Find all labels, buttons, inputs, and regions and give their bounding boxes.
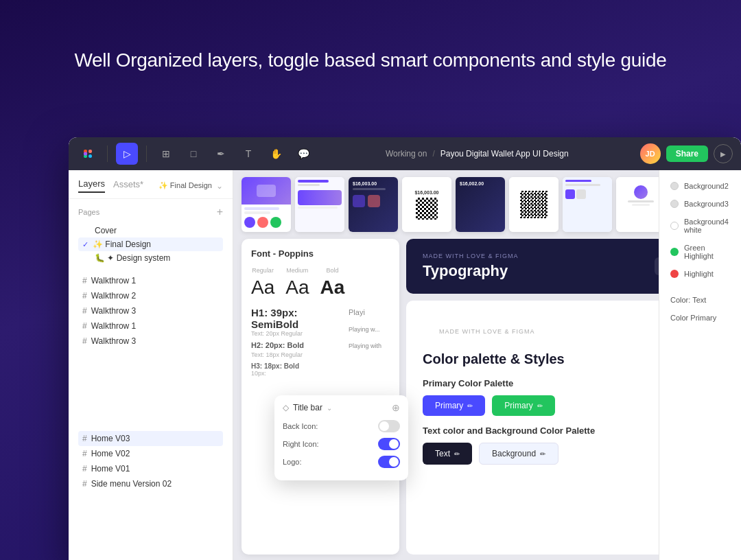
right-item-highlight[interactable]: Highlight bbox=[666, 266, 734, 281]
share-button[interactable]: Share bbox=[666, 145, 708, 162]
back-icon-toggle[interactable] bbox=[378, 420, 400, 432]
project-name: Payou Digital Wallet App UI Design bbox=[440, 149, 569, 159]
svg-rect-4 bbox=[84, 152, 87, 156]
dot-bg3 bbox=[670, 200, 679, 208]
font-panel-title: Font - Poppins bbox=[251, 248, 390, 259]
right-item-green-highlight[interactable]: Green Highlight bbox=[666, 240, 734, 264]
user-avatar[interactable]: JD bbox=[640, 143, 661, 164]
thumb-4[interactable]: $16,003.00 bbox=[402, 177, 451, 232]
font-medium: Medium Aa bbox=[285, 267, 309, 299]
final-design-label: ✨ Final Design bbox=[158, 181, 212, 190]
right-section-label bbox=[666, 284, 734, 290]
layer-hash-icon-3: # bbox=[82, 306, 87, 316]
btn-primary-blue[interactable]: Primary ✏ bbox=[423, 395, 485, 416]
dropdown-arrow[interactable]: ⌄ bbox=[327, 404, 332, 412]
thumb-6[interactable] bbox=[509, 177, 558, 232]
ui-card: ▷ ⊞ □ ✒ T ✋ 💬 Working on / Payou Digital… bbox=[69, 137, 741, 560]
toolbar-center: Working on / Payou Digital Wallet App UI… bbox=[318, 149, 636, 159]
hand-tool[interactable]: ✋ bbox=[265, 143, 287, 165]
svg-point-3 bbox=[89, 154, 92, 158]
btn-primary-green[interactable]: Primary ✏ bbox=[492, 395, 554, 416]
layer-home-v01[interactable]: # Home V01 bbox=[78, 461, 223, 476]
logo-row: Logo: bbox=[283, 456, 400, 468]
layer-home-v03[interactable]: # Home V03 bbox=[78, 431, 223, 446]
right-item-bg3[interactable]: Background3 bbox=[666, 196, 734, 211]
hero-heading: Well Organized layers, toggle based smar… bbox=[0, 49, 741, 71]
pen-tool[interactable]: ✒ bbox=[210, 143, 232, 165]
layer-hash-icon-9: # bbox=[82, 479, 87, 489]
thumb-2[interactable] bbox=[295, 177, 344, 232]
layer-hash-icon-5: # bbox=[82, 336, 87, 346]
page-check-active: ✓ bbox=[82, 240, 89, 249]
dot-bg2 bbox=[670, 182, 679, 190]
layers-section: # Walkthrow 1 # Walkthrow 2 # Walkthrow … bbox=[69, 269, 233, 560]
pages-label: Pages + bbox=[78, 206, 223, 218]
toolbar-right: JD Share ▶ bbox=[640, 143, 733, 164]
figma-icon[interactable] bbox=[77, 143, 99, 165]
working-on-label: Working on bbox=[386, 149, 427, 159]
page-cover[interactable]: Cover bbox=[78, 224, 223, 237]
assets-tab[interactable]: Assets* bbox=[113, 179, 143, 192]
component-name: ◇ Title bar ⌄ bbox=[283, 403, 332, 412]
back-icon-row: Back Icon: bbox=[283, 420, 400, 432]
layer-walkthrow-1b[interactable]: # Walkthrow 1 bbox=[78, 318, 223, 334]
separator-2 bbox=[146, 145, 147, 162]
font-samples: Regular Aa Medium Aa Bold Aa bbox=[251, 267, 390, 299]
thumb-1[interactable] bbox=[242, 177, 291, 232]
btn-text-dark[interactable]: Text ✏ bbox=[423, 443, 472, 465]
component-panel-title: ◇ Title bar ⌄ ⊕ bbox=[283, 402, 400, 413]
select-tool[interactable]: ▷ bbox=[116, 143, 138, 165]
dot-red bbox=[670, 270, 679, 278]
shape-tool[interactable]: □ bbox=[183, 143, 204, 165]
page-design-system[interactable]: 🐛 ✦ Design system bbox=[78, 251, 223, 265]
layer-walkthrow-3b[interactable]: # Walkthrow 3 bbox=[78, 334, 223, 349]
component-panel: ◇ Title bar ⌄ ⊕ Back Icon: Right Icon: L… bbox=[274, 395, 408, 480]
toolbar-slash: / bbox=[432, 149, 434, 159]
text-tool[interactable]: T bbox=[237, 143, 259, 165]
frame-tool[interactable]: ⊞ bbox=[155, 143, 177, 165]
thumb-7[interactable] bbox=[563, 177, 612, 232]
thumb-3[interactable]: $16,003.00 bbox=[349, 177, 398, 232]
separator-1 bbox=[107, 145, 108, 162]
add-component-icon[interactable]: ⊕ bbox=[392, 402, 400, 413]
play-button[interactable]: ▶ bbox=[714, 144, 733, 163]
layer-walkthrow-1a[interactable]: # Walkthrow 1 bbox=[78, 273, 223, 288]
right-item-color-text[interactable]: Color: Text bbox=[666, 292, 734, 307]
layer-walkthrow-2[interactable]: # Walkthrow 2 bbox=[78, 288, 223, 303]
comment-tool[interactable]: 💬 bbox=[292, 143, 314, 165]
thumb-5[interactable]: $16,002.00 bbox=[456, 177, 505, 232]
diamond-icon: ◇ bbox=[283, 403, 289, 412]
sidebar: Layers Assets* ✨ Final Design ⌄ Pages + … bbox=[69, 170, 233, 560]
btn-background[interactable]: Background ✏ bbox=[479, 443, 558, 465]
sidebar-header: Layers Assets* ✨ Final Design ⌄ bbox=[69, 170, 233, 199]
toolbar-left: ▷ ⊞ □ ✒ T ✋ 💬 bbox=[77, 143, 314, 165]
edit-icon-green: ✏ bbox=[537, 402, 543, 410]
right-icon-toggle[interactable] bbox=[378, 438, 400, 450]
edit-icon-text: ✏ bbox=[454, 450, 460, 458]
layer-hash-icon: # bbox=[82, 276, 87, 285]
right-item-color-primary[interactable]: Color Primary bbox=[666, 310, 734, 325]
pages-section: Pages + Cover ✓ ✨ Final Design 🐛 ✦ Desig… bbox=[69, 199, 233, 269]
layer-hash-icon-6: # bbox=[82, 434, 87, 443]
layer-walkthrow-3[interactable]: # Walkthrow 3 bbox=[78, 303, 223, 318]
layers-tab[interactable]: Layers bbox=[78, 178, 105, 193]
h-labels: H1: 39px: SemiBold Text: 20px Regular H2… bbox=[251, 307, 343, 377]
layer-side-menu[interactable]: # Side menu Version 02 bbox=[78, 476, 223, 491]
right-icon-row: Right Icon: bbox=[283, 438, 400, 450]
add-page-button[interactable]: + bbox=[217, 206, 223, 218]
dot-bg4 bbox=[670, 222, 679, 230]
h1-row: H1: 39px: SemiBold Text: 20px Regular bbox=[251, 307, 343, 337]
edit-icon-bg: ✏ bbox=[540, 450, 545, 458]
collapse-icon[interactable]: ⌄ bbox=[216, 181, 223, 191]
right-item-bg4[interactable]: Background4 white bbox=[666, 214, 734, 237]
layer-hash-icon-7: # bbox=[82, 449, 87, 458]
layer-home-v02[interactable]: # Home V02 bbox=[78, 446, 223, 461]
page-final-design[interactable]: ✓ ✨ Final Design bbox=[78, 237, 223, 251]
toolbar: ▷ ⊞ □ ✒ T ✋ 💬 Working on / Payou Digital… bbox=[69, 137, 741, 170]
logo-toggle[interactable] bbox=[378, 456, 400, 468]
main-area: Layers Assets* ✨ Final Design ⌄ Pages + … bbox=[69, 170, 741, 560]
font-regular: Regular Aa bbox=[251, 267, 274, 299]
playing-labels: Playi Playing w... Playing with bbox=[349, 307, 390, 377]
right-item-bg2[interactable]: Background2 bbox=[666, 178, 734, 194]
svg-rect-1 bbox=[89, 150, 92, 153]
